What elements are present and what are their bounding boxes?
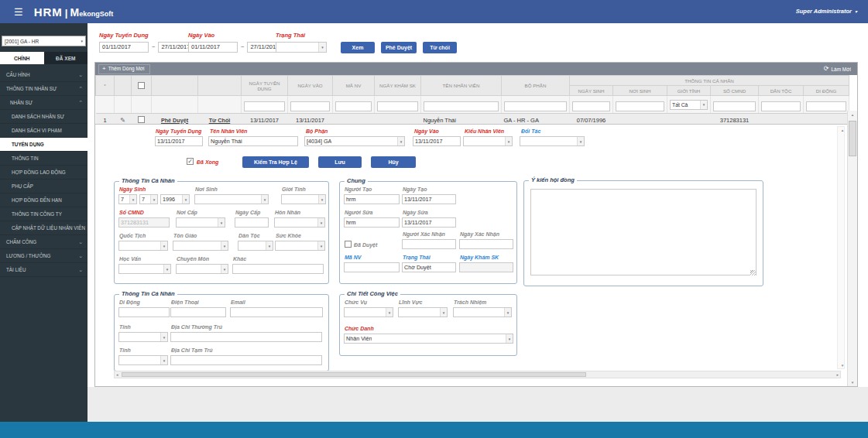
position-select[interactable]: ▾	[344, 307, 393, 317]
status-select[interactable]: ▾	[276, 42, 327, 53]
scroll-right-icon[interactable]: ▸	[836, 371, 839, 378]
scroll-down-icon[interactable]: ▾	[838, 363, 847, 368]
filter-input-ten-nhan-vien[interactable]	[424, 101, 499, 111]
start-date-from-input[interactable]	[188, 42, 238, 53]
approve-button[interactable]: Phê Duyệt	[381, 42, 417, 53]
sidebar-item-cham-cong[interactable]: CHẤM CÔNG⌄	[0, 235, 87, 249]
sidebar-item-luong-thuong[interactable]: LƯƠNG / THƯỞNG⌄	[0, 249, 87, 263]
filter-input-ma-nv[interactable]	[335, 101, 372, 111]
detail-vertical-scrollbar[interactable]: ▴ ▾	[837, 126, 845, 369]
col-header-bo-phan[interactable]: BỘ PHẬN	[502, 76, 570, 96]
field-select[interactable]: ▾	[398, 307, 448, 317]
cancel-button[interactable]: Hủy	[371, 156, 416, 168]
birth-year-select[interactable]: 1996▾	[160, 194, 190, 204]
perm-province-select[interactable]: ▾	[118, 332, 168, 342]
responsibility-select[interactable]: ▾	[453, 307, 512, 317]
col-header-ngay-vao[interactable]: NGÀY VÀO	[288, 76, 333, 96]
creator-input[interactable]	[344, 194, 400, 204]
hire-date-from-input[interactable]	[99, 42, 149, 53]
detail-employee-type-select[interactable]: ▾	[463, 136, 513, 146]
gender-select[interactable]: ▾	[281, 194, 326, 204]
row-approve-link[interactable]: Phê Duyệt	[161, 117, 188, 124]
sidebar-item-danh-sach-nhan-su[interactable]: DANH SÁCH NHÂN SỰ	[0, 110, 87, 124]
vertical-scroll-thumb[interactable]	[849, 121, 856, 156]
confirmer-input[interactable]	[402, 239, 456, 249]
marital-status-select[interactable]: ▾	[274, 217, 325, 228]
detail-partner-select[interactable]: ▾	[520, 136, 585, 146]
organization-select[interactable]: [2001] GA - HR ▾	[2, 36, 86, 46]
scroll-left-icon[interactable]: ◂	[116, 371, 118, 378]
row-checkbox[interactable]	[138, 116, 145, 123]
sidebar-item-thong-tin[interactable]: THÔNG TIN	[0, 152, 87, 166]
col-header-so-cmnd[interactable]: SỐ CMND	[711, 86, 759, 96]
col-header-gioi-tinh[interactable]: GIỚI TÍNH	[667, 86, 711, 96]
col-header-dan-toc[interactable]: DÂN TỘC	[759, 86, 804, 96]
temp-address-input[interactable]	[170, 355, 322, 365]
scroll-up-icon[interactable]: ▴	[848, 112, 857, 117]
tab-da-xem[interactable]: ĐÃ XEM	[44, 52, 88, 64]
filter-input-bo-phan[interactable]	[504, 101, 567, 111]
add-new-row-button[interactable]: + Thêm Dòng Mới	[98, 64, 150, 74]
emp-code-input[interactable]	[344, 262, 400, 272]
detail-department-select[interactable]: [4034] GA ▾	[304, 136, 405, 146]
sidebar-item-danh-sach-vi-pham[interactable]: DANH SÁCH VI PHẠM	[0, 124, 87, 138]
done-checkbox[interactable]: ✓	[187, 158, 194, 165]
filter-input-ngay-tuyen-dung[interactable]	[244, 101, 285, 111]
education-select[interactable]: ▾	[118, 264, 171, 274]
col-header-ngay-tuyen-dung[interactable]: NGÀY TUYỂN DỤNG	[242, 76, 288, 96]
sidebar-item-cap-nhat-du-lieu-nhan-vien[interactable]: CẬP NHẬT DỮ LIỆU NHÂN VIÊN	[0, 221, 87, 235]
horizontal-scroll-thumb[interactable]	[122, 372, 586, 377]
phone-input[interactable]	[170, 307, 226, 317]
sidebar-item-nhan-su[interactable]: NHÂN SỰ⌃	[0, 96, 87, 110]
approved-checkbox[interactable]	[345, 241, 352, 248]
sidebar-item-phu-cap[interactable]: PHỤ CẤP	[0, 180, 87, 193]
row-reject-link[interactable]: Từ Chối	[209, 117, 231, 124]
col-header-ten-nhan-vien[interactable]: TÊN NHÂN VIÊN	[421, 76, 502, 96]
birth-place-select[interactable]: ▾	[194, 194, 269, 204]
modifier-input[interactable]	[344, 217, 400, 228]
detail-horizontal-scrollbar[interactable]: ◂ ▸	[114, 371, 841, 378]
sidebar-item-thong-tin-nhan-su[interactable]: THÔNG TIN NHÂN SỰ⌃	[0, 82, 87, 96]
temp-province-select[interactable]: ▾	[118, 355, 168, 365]
detail-employee-name-input[interactable]	[208, 136, 298, 146]
select-all-checkbox[interactable]	[138, 82, 145, 89]
other-input[interactable]	[232, 264, 324, 274]
reject-button[interactable]: Từ chối	[423, 42, 457, 53]
filter-input-so-cmnd[interactable]	[713, 101, 756, 111]
specialty-select[interactable]: ▾	[176, 264, 228, 274]
resize-grip-icon[interactable]	[750, 270, 756, 275]
created-date-input[interactable]	[402, 194, 456, 204]
status-input[interactable]	[402, 262, 456, 272]
issue-place-select[interactable]: ▾	[176, 217, 225, 228]
filter-input-noi-sinh[interactable]	[616, 101, 664, 111]
user-menu[interactable]: Super Administrator ▾	[796, 9, 857, 15]
ethnicity-select[interactable]: ▾	[238, 241, 273, 251]
col-header-noi-sinh[interactable]: NƠI SINH	[613, 86, 667, 96]
validate-button[interactable]: Kiểm Tra Hợp Lệ	[242, 156, 309, 168]
filter-input-ngay-kham-sk[interactable]	[377, 101, 418, 111]
sidebar-item-cau-hinh[interactable]: CẤU HÌNH⌄	[0, 68, 87, 82]
col-header-ngay-kham-sk[interactable]: NGÀY KHÁM SK	[375, 76, 421, 96]
detail-start-date-input[interactable]	[413, 136, 461, 146]
refresh-button[interactable]: ⟳ Làm Mới	[824, 66, 851, 72]
grid-vertical-scrollbar[interactable]: ▴ ▾	[847, 111, 857, 386]
filter-input-ngay-vao[interactable]	[290, 101, 330, 111]
id-number-input[interactable]	[118, 217, 170, 228]
council-opinion-textarea[interactable]	[530, 189, 756, 275]
sidebar-item-tai-lieu[interactable]: TÀI LIỆU⌄	[0, 263, 87, 277]
health-select[interactable]: ▾	[275, 241, 325, 251]
mobile-input[interactable]	[118, 307, 170, 317]
sidebar-item-thong-tin-cong-ty[interactable]: THÔNG TIN CÔNG TY	[0, 207, 87, 221]
save-button[interactable]: Lưu	[318, 156, 362, 168]
issue-date-input[interactable]	[235, 217, 269, 228]
tab-chinh[interactable]: CHÍNH	[0, 52, 44, 64]
hamburger-menu-icon[interactable]: ☰	[14, 7, 23, 17]
col-header-ma-nv[interactable]: MÃ NV	[333, 76, 375, 96]
modified-date-input[interactable]	[402, 217, 456, 228]
birth-month-select[interactable]: 7▾	[139, 194, 158, 204]
religion-select[interactable]: ▾	[173, 241, 228, 251]
sidebar-item-hop-dong-den-han[interactable]: HỢP ĐỒNG ĐẾN HẠN	[0, 193, 87, 207]
scroll-down-icon[interactable]: ▾	[848, 380, 857, 385]
confirm-date-input[interactable]	[459, 239, 513, 249]
col-header-di-dong[interactable]: DI ĐỘNG	[804, 86, 849, 96]
